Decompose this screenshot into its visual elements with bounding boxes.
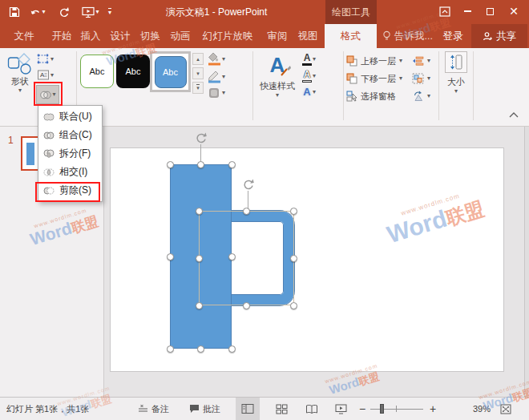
redo-button[interactable] [56,3,72,21]
shape-effects-button[interactable]: ▾ [207,87,225,99]
view-slideshow-button[interactable] [329,398,353,420]
status-bar: 幻灯片 第1张，共1张 备注 批注 − + 39% [0,397,529,420]
size-button[interactable]: 大小 ▾ [442,51,470,103]
maximize-icon [487,8,494,15]
sign-in-button[interactable]: 登录 [440,24,466,48]
send-backward-icon [346,73,357,84]
notes-button[interactable]: 备注 [138,398,169,420]
selection-handle[interactable] [196,255,203,262]
selection-pane-button[interactable]: 选择窗格 [346,88,396,104]
tab-home[interactable]: 开始 [47,24,76,48]
selection-handle[interactable] [290,255,297,262]
tab-format[interactable]: 格式 [325,24,377,48]
slide-counter: 幻灯片 第1张，共1张 [6,398,89,420]
ribbon-display-options-button[interactable] [434,0,455,22]
comments-button[interactable]: 批注 [189,398,220,420]
merge-shapes-icon [39,89,52,101]
tab-insert[interactable]: 插入 [77,24,104,48]
selection-handle[interactable] [243,208,250,215]
tab-transitions[interactable]: 切换 [136,24,164,48]
text-outline-button[interactable]: A ▾ [301,70,316,83]
save-button[interactable] [6,3,22,21]
selection-handle[interactable] [196,302,203,309]
tab-animations[interactable]: 动画 [166,24,195,48]
text-fill-button[interactable]: A ▾ [301,53,316,66]
shape-fill-button[interactable]: ▾ [207,52,225,66]
rotate-objects-button[interactable]: ▾ [412,88,430,104]
menu-item-subtract[interactable]: 剪除(S) [38,181,102,200]
group-objects-icon [412,73,424,84]
selection-handle[interactable] [167,161,174,168]
tab-design[interactable]: 设计 [107,24,134,48]
shape-style-thumb-1[interactable]: Abc [80,55,114,88]
maximize-button[interactable] [479,0,500,22]
minimize-button[interactable] [457,0,478,22]
powerpoint-window: ▾ ▾ ▾ 演示文稿1 - PowerPoint 绘图工具 ✕ 文件 开始 插入… [0,0,529,420]
rotate-handle-rectangle[interactable] [195,131,208,146]
selection-handle[interactable] [228,253,236,260]
share-person-icon [483,31,493,42]
text-box-button[interactable]: A ▾ [37,69,54,81]
qat-customize-button[interactable]: ▾ [104,3,115,21]
gallery-scroll-up-button[interactable]: ▴ [192,53,204,65]
tab-file[interactable]: 文件 [10,24,38,48]
undo-dropdown-caret[interactable]: ▾ [42,9,45,15]
gallery-scroll-down-button[interactable]: ▾ [192,67,204,79]
menu-item-combine[interactable]: 组合(C) [38,126,102,144]
text-effects-button[interactable]: A ▾ [301,87,316,98]
selection-handle[interactable] [228,161,236,168]
quick-styles-button[interactable]: A 快速样式 ▾ [256,51,298,122]
menu-item-intersect[interactable]: 相交(I) [38,163,102,181]
selection-handle[interactable] [167,345,174,353]
selection-handle[interactable] [290,302,297,309]
undo-button[interactable]: ▾ [27,3,48,21]
view-reading-icon [305,404,318,414]
view-normal-button[interactable] [236,398,260,420]
zoom-slider-thumb[interactable] [380,404,384,414]
shapes-button[interactable]: 形状 ▾ [5,51,35,122]
menu-item-union[interactable]: 联合(U) [38,107,102,126]
zoom-out-button[interactable]: − [359,398,365,420]
zoom-level[interactable]: 39% [463,398,491,420]
selection-handle[interactable] [196,208,203,215]
slideshow-dropdown-caret[interactable]: ▾ [95,9,99,15]
rotate-handle-frame[interactable] [242,178,255,192]
tab-view[interactable]: 视图 [293,24,322,48]
drawing-tools-context-tab[interactable]: 绘图工具 [325,0,377,24]
gallery-more-button[interactable]: ▾ [192,82,204,94]
zoom-in-button[interactable]: + [430,398,436,420]
share-button[interactable]: 共享 [471,24,527,48]
bring-forward-button[interactable]: 上移一层 ▾ [346,53,402,69]
text-outline-icon: A [301,70,313,83]
close-button[interactable]: ✕ [503,0,524,22]
view-slide-sorter-button[interactable] [269,398,293,420]
tab-slideshow[interactable]: 幻灯片放映 [196,24,259,48]
selection-handle[interactable] [243,302,250,309]
view-reading-button[interactable] [300,398,324,420]
zoom-slider-track[interactable] [370,409,423,410]
tab-review[interactable]: 审阅 [263,24,292,48]
merge-shapes-dropdown-caret[interactable]: ▾ [52,91,55,98]
fit-to-window-button[interactable] [495,398,516,420]
collapse-ribbon-button[interactable] [508,111,523,122]
start-slideshow-button[interactable]: ▾ [79,3,103,21]
selection-handle[interactable] [167,253,174,260]
shape-outline-button[interactable]: ▾ [207,70,225,83]
selection-handle[interactable] [290,208,297,215]
selection-handle[interactable] [228,345,236,353]
group-objects-button[interactable]: ▾ [412,71,430,87]
menu-item-fragment[interactable]: 拆分(F) [38,144,102,163]
fit-to-window-icon [500,404,511,414]
selection-handle[interactable] [197,161,204,168]
vertical-scrollbar[interactable] [524,127,529,397]
svg-text:A: A [40,71,45,79]
send-backward-button[interactable]: 下移一层 ▾ [346,71,402,87]
merge-shapes-button[interactable]: ▾ [36,85,59,104]
tell-me-box[interactable]: 告诉我... [382,24,434,48]
align-button[interactable]: ▾ [412,53,430,69]
shape-style-thumb-2[interactable]: Abc [116,55,150,88]
edit-shape-button[interactable]: ▾ [37,53,54,65]
shape-style-thumb-3-selected[interactable]: Abc [150,51,191,92]
selection-handle[interactable] [197,345,204,353]
align-icon [412,55,424,67]
